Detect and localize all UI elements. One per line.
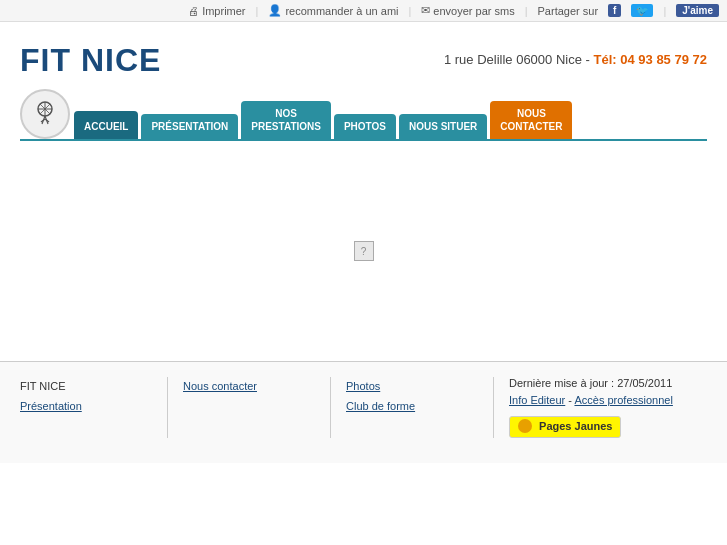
jaime-label: J'aime [682,5,713,16]
navigation: ACCUEIL PRÉSENTATION NOSPRESTATIONS PHOT… [0,89,727,139]
logo-icon [30,99,60,129]
top-bar: 🖨 Imprimer | 👤 recommander à un ami | ✉ … [0,0,727,22]
twitter-button[interactable]: 🐦 [631,4,653,17]
print-button[interactable]: 🖨 Imprimer [188,5,245,17]
contact-info: 1 rue Delille 06000 Nice - Tél: 04 93 85… [444,42,707,67]
nav-tabs: ACCUEIL PRÉSENTATION NOSPRESTATIONS PHOT… [74,101,572,139]
footer-contact-link[interactable]: Nous contacter [183,377,315,397]
recommend-button[interactable]: 👤 recommander à un ami [268,4,398,17]
tab-presentation[interactable]: PRÉSENTATION [141,114,238,139]
footer-photos-link[interactable]: Photos [346,377,478,397]
broken-image: ? [354,241,374,261]
header: FIT NICE 1 rue Delille 06000 Nice - Tél:… [0,22,727,79]
footer-links: Info Editeur - Accès professionnel [509,394,707,406]
tab-nous-contacter[interactable]: NOUSCONTACTER [490,101,572,139]
footer-club-forme-link[interactable]: Club de forme [346,397,478,417]
footer-columns: FIT NICE Présentation Nous contacter Pho… [20,377,707,438]
footer-col-2: Nous contacter [167,377,330,438]
separator1: | [256,5,259,17]
footer-update: Dernière mise à jour : 27/05/2011 [509,377,707,389]
footer-col-3: Photos Club de forme [330,377,493,438]
recommend-label: recommander à un ami [285,5,398,17]
pj-label: Pages Jaunes [539,420,612,432]
footer: FIT NICE Présentation Nous contacter Pho… [0,361,727,463]
tab-photos[interactable]: PHOTOS [334,114,396,139]
printer-icon: 🖨 [188,5,199,17]
sms-icon: ✉ [421,4,430,17]
footer-col-1: FIT NICE Présentation [20,377,167,438]
acces-pro-link[interactable]: Accès professionnel [574,394,672,406]
phone: Tél: 04 93 85 79 72 [594,52,707,67]
address: 1 rue Delille 06000 Nice [444,52,582,67]
print-label: Imprimer [202,5,245,17]
footer-presentation-link[interactable]: Présentation [20,397,152,417]
send-label: envoyer par sms [433,5,514,17]
separator2: | [409,5,412,17]
tab-prestations[interactable]: NOSPRESTATIONS [241,101,331,139]
separator4: | [663,5,666,17]
pj-icon [518,419,532,433]
main-content: ? [0,141,727,361]
jaime-button[interactable]: J'aime [676,4,719,17]
recommend-icon: 👤 [268,4,282,17]
address-separator: - [586,52,594,67]
tab-accueil[interactable]: ACCUEIL [74,111,138,139]
share-label: Partager sur [538,5,599,17]
pages-jaunes-badge[interactable]: Pages Jaunes [509,416,621,438]
nav-logo [20,89,70,139]
facebook-button[interactable]: f [608,4,621,17]
footer-col-4: Dernière mise à jour : 27/05/2011 Info E… [493,377,707,438]
footer-fit-nice: FIT NICE [20,377,152,397]
send-sms-button[interactable]: ✉ envoyer par sms [421,4,514,17]
tab-nous-situer[interactable]: NOUS SITUER [399,114,487,139]
separator3: | [525,5,528,17]
site-title: FIT NICE [20,42,161,79]
info-editeur-link[interactable]: Info Editeur [509,394,565,406]
